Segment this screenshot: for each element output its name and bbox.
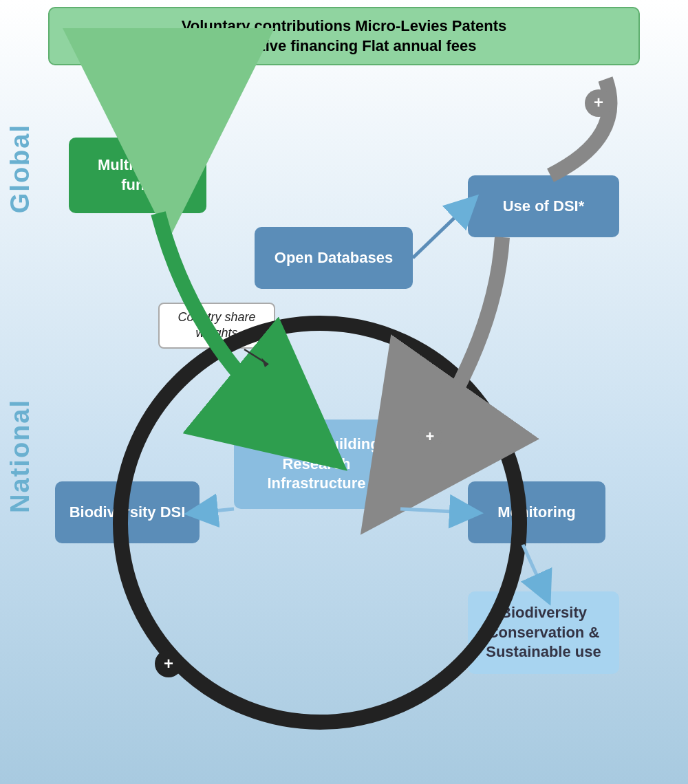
svg-text:+: + [426, 428, 435, 445]
diagram: { "funding_box": { "line1": "Voluntary c… [0, 0, 688, 784]
svg-point-4 [585, 89, 612, 117]
biodiversity-dsi-box: Biodiversity DSI [55, 481, 200, 543]
monitoring-box: Monitoring [468, 481, 605, 543]
funding-line2: Innovative financing Flat annual fees [182, 36, 507, 56]
biodiversity-conservation-box: Biodiversity Conservation & Sustainable … [468, 591, 619, 674]
funding-line1: Voluntary contributions Micro-Levies Pat… [182, 17, 507, 36]
svg-point-12 [155, 650, 182, 677]
national-label: National [6, 399, 35, 513]
svg-marker-11 [261, 358, 268, 367]
global-label: Global [6, 124, 35, 213]
svg-line-9 [523, 545, 544, 590]
svg-line-7 [201, 509, 234, 512]
country-share-callout: Country share weights [158, 303, 275, 349]
use-of-dsi-box: Use of DSI* [468, 175, 619, 237]
multilateral-fund-box: Multilateral fund [69, 138, 206, 213]
svg-text:+: + [594, 93, 603, 111]
funding-box: Voluntary contributions Micro-Levies Pat… [48, 7, 640, 65]
svg-point-2 [418, 424, 442, 449]
svg-line-8 [400, 509, 466, 512]
svg-text:+: + [164, 654, 173, 673]
svg-line-10 [244, 349, 268, 364]
open-databases-box: Open Databases [255, 227, 413, 289]
capacity-building-box: Capacity building Research Infrastructur… [234, 420, 399, 509]
svg-line-6 [413, 206, 466, 258]
